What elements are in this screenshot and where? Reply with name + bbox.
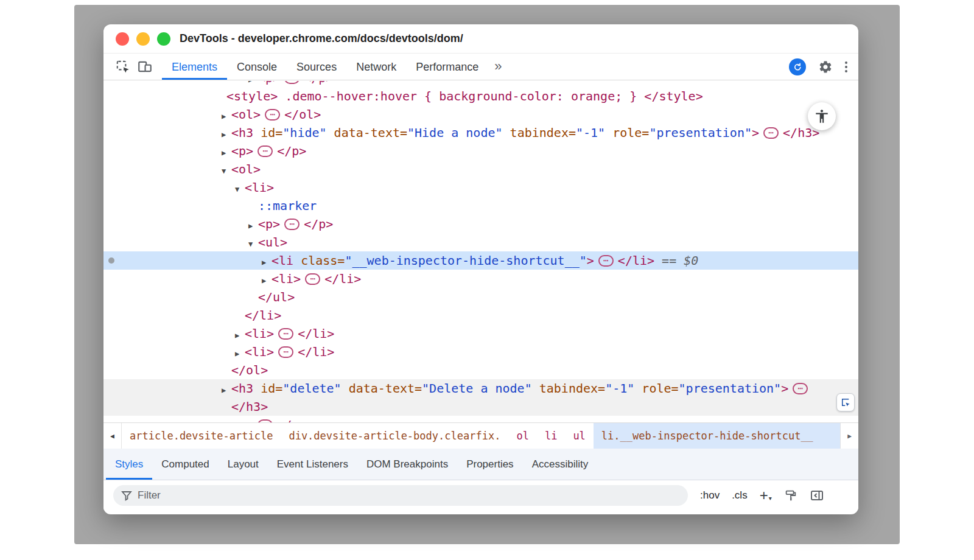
- attribute-value-token: "-1": [576, 125, 605, 140]
- dom-tree-row[interactable]: ▼<li>: [103, 178, 858, 197]
- rotate-arrows-icon: [792, 61, 803, 72]
- dom-tree-row[interactable]: ▶<li>⋯</li>: [103, 270, 858, 288]
- tag-token: </ul>: [258, 290, 295, 304]
- styles-sidebar-tab-properties[interactable]: Properties: [457, 449, 522, 480]
- toolbar-tab-elements[interactable]: Elements: [162, 54, 227, 80]
- breadcrumb-item[interactable]: article.devsite-article: [122, 423, 281, 449]
- toggle-sidebar-button[interactable]: [810, 488, 824, 503]
- dom-tree-row[interactable]: ▶<h3 id="delete" data-text="Delete a nod…: [103, 379, 858, 397]
- styles-sidebar-tab-styles[interactable]: Styles: [106, 449, 152, 480]
- tag-token: </li>: [324, 271, 361, 286]
- breadcrumb-item[interactable]: div.devsite-article-body.clearfix.: [281, 423, 508, 449]
- dom-tree-row[interactable]: </li>: [103, 306, 858, 324]
- device-toolbar-icon: [137, 59, 153, 75]
- breadcrumb-item[interactable]: ul: [565, 423, 593, 449]
- toolbar-tab-console[interactable]: Console: [227, 54, 287, 80]
- disclosure-triangle-icon[interactable]: ▶: [222, 144, 231, 162]
- breadcrumb-scroll-right-button[interactable]: ▶: [840, 423, 858, 449]
- node-marker-dot: [108, 257, 114, 264]
- disclosure-triangle-icon[interactable]: ▼: [235, 180, 245, 198]
- toolbar-tab-network[interactable]: Network: [346, 54, 406, 80]
- minimize-button[interactable]: [136, 32, 150, 46]
- background-mat: DevTools - developer.chrome.com/docs/dev…: [74, 5, 900, 544]
- attribute-name-token: data-text=: [342, 381, 422, 396]
- dom-tree-row[interactable]: <style> .demo--hover:hover { background-…: [103, 87, 858, 105]
- disclosure-triangle-icon[interactable]: ▶: [235, 345, 245, 363]
- disclosure-triangle-icon[interactable]: ▶: [222, 418, 231, 422]
- styles-sidebar-tab-dom-breakpoints[interactable]: DOM Breakpoints: [357, 449, 457, 480]
- expand-children-button[interactable]: ⋯: [278, 346, 293, 358]
- disclosure-triangle-icon[interactable]: ▶: [222, 381, 231, 399]
- feature-badge-button[interactable]: [789, 58, 806, 75]
- dom-tree-row[interactable]: ▶<p>⋯</p>: [103, 215, 858, 233]
- styles-filter-input[interactable]: [113, 485, 688, 506]
- styles-tab-bar: StylesComputedLayoutEvent ListenersDOM B…: [103, 449, 858, 480]
- dom-tree-row[interactable]: ▶<p>⋯</p>: [103, 81, 858, 87]
- disclosure-triangle-icon[interactable]: ▶: [262, 271, 272, 290]
- inspect-element-button[interactable]: [112, 54, 134, 80]
- dom-tree-row[interactable]: ▶<ol>⋯</ol>: [103, 105, 858, 124]
- dom-tree-row[interactable]: ▶<li>⋯</li>: [103, 324, 858, 343]
- settings-button[interactable]: [818, 60, 833, 74]
- scroll-into-view-button[interactable]: [836, 393, 855, 411]
- styles-sidebar-tab-event-listeners[interactable]: Event Listeners: [268, 449, 357, 480]
- breadcrumb-item[interactable]: ol: [508, 423, 536, 449]
- new-style-rule-button[interactable]: + ▾: [760, 489, 772, 502]
- tag-token: <li>: [272, 271, 301, 286]
- styles-sidebar-tab-accessibility[interactable]: Accessibility: [523, 449, 598, 480]
- dom-tree-row[interactable]: ▶<li>⋯</li>: [103, 343, 858, 361]
- rendering-emulation-button[interactable]: [784, 489, 797, 502]
- disclosure-triangle-icon[interactable]: ▶: [222, 107, 231, 125]
- expand-children-button[interactable]: ⋯: [763, 127, 779, 139]
- expand-children-button[interactable]: ⋯: [284, 219, 300, 230]
- dom-tree-row[interactable]: </ul>: [103, 288, 858, 306]
- tag-token: <p>: [258, 217, 280, 231]
- styles-sidebar-tab-computed[interactable]: Computed: [152, 449, 218, 480]
- main-menu-button[interactable]: [845, 61, 847, 72]
- expand-children-button[interactable]: ⋯: [278, 328, 293, 340]
- dom-tree-row[interactable]: ▶<p>⋯</p>: [103, 416, 858, 422]
- disclosure-triangle-icon[interactable]: ▶: [248, 217, 258, 235]
- expand-children-button[interactable]: ⋯: [284, 81, 300, 84]
- toolbar-tab-performance[interactable]: Performance: [406, 54, 488, 80]
- device-toolbar-button[interactable]: [134, 54, 156, 80]
- window-title: DevTools - developer.chrome.com/docs/dev…: [180, 32, 463, 45]
- breadcrumb-item[interactable]: li.__web-inspector-hide-shortcut__: [594, 423, 840, 449]
- tag-token: <p>: [231, 144, 253, 158]
- expand-children-button[interactable]: ⋯: [265, 109, 280, 121]
- toggle-element-state-button[interactable]: :hov: [700, 489, 720, 502]
- zoom-button[interactable]: [157, 32, 170, 46]
- dom-tree-row[interactable]: </ol>: [103, 361, 858, 379]
- breadcrumb-item[interactable]: li: [537, 423, 565, 449]
- dom-tree-row[interactable]: ▶<h3 id="hide" data-text="Hide a node" t…: [103, 124, 858, 142]
- more-tabs-button[interactable]: »: [488, 54, 508, 80]
- dom-tree-row[interactable]: ▶<li class="__web-inspector-hide-shortcu…: [103, 251, 858, 270]
- dom-tree-row[interactable]: </h3>: [103, 397, 858, 416]
- breadcrumb-scroll-left-button[interactable]: ◀: [103, 423, 122, 449]
- sidebar-toggle-icon: [810, 488, 824, 503]
- element-classes-button[interactable]: .cls: [732, 489, 748, 502]
- chevron-down-icon: ▾: [769, 495, 772, 502]
- tag-token: </style>: [644, 89, 702, 103]
- disclosure-triangle-icon[interactable]: ▶: [235, 326, 245, 345]
- expand-children-button[interactable]: ⋯: [305, 273, 320, 285]
- dom-tree-row[interactable]: ::marker: [103, 197, 858, 215]
- tag-token: <p>: [258, 81, 280, 85]
- toolbar-tab-sources[interactable]: Sources: [287, 54, 346, 80]
- styles-sidebar-tab-layout[interactable]: Layout: [219, 449, 268, 480]
- expand-children-button[interactable]: ⋯: [793, 383, 808, 394]
- expand-children-button[interactable]: ⋯: [258, 145, 273, 157]
- accessibility-overlay-button[interactable]: [808, 102, 836, 130]
- disclosure-triangle-icon[interactable]: ▼: [222, 162, 231, 180]
- dom-tree-row[interactable]: ▼<ol>: [103, 160, 858, 178]
- disclosure-triangle-icon[interactable]: ▼: [248, 235, 258, 253]
- disclosure-triangle-icon[interactable]: ▶: [262, 253, 272, 271]
- tag-token: <p>: [231, 418, 253, 422]
- dom-tree-row[interactable]: ▼<ul>: [103, 233, 858, 251]
- breadcrumb-bar: ◀ article.devsite-articlediv.devsite-art…: [103, 422, 858, 449]
- disclosure-triangle-icon[interactable]: ▶: [222, 125, 231, 144]
- close-button[interactable]: [116, 32, 129, 46]
- dom-tree-row[interactable]: ▶<p>⋯</p>: [103, 142, 858, 160]
- tag-token: >: [781, 381, 788, 396]
- expand-children-button[interactable]: ⋯: [598, 255, 614, 267]
